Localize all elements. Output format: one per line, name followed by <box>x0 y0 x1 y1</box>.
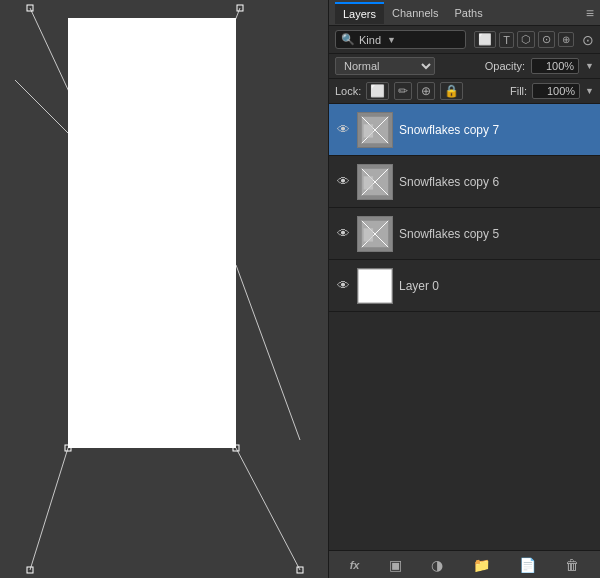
layers-panel: Layers Channels Paths ≡ 🔍 Kind ▼ ⬜ T ⬡ ⊙… <box>328 0 600 578</box>
opacity-input[interactable] <box>531 58 579 74</box>
canvas-svg <box>0 0 325 578</box>
delete-button[interactable]: 🗑 <box>560 555 584 575</box>
opacity-label: Opacity: <box>485 60 525 72</box>
fill-label: Fill: <box>510 85 527 97</box>
layer-thumbnail-3 <box>357 268 393 304</box>
filter-shape-icon[interactable]: ⬡ <box>517 31 535 48</box>
mask-button[interactable]: ▣ <box>384 555 407 575</box>
svg-rect-29 <box>358 269 392 303</box>
blend-mode-select[interactable]: Normal <box>335 57 435 75</box>
blend-mode-row: Normal Opacity: ▼ <box>329 54 600 79</box>
svg-line-0 <box>30 8 235 448</box>
svg-rect-28 <box>364 228 373 241</box>
layer-name-2: Snowflakes copy 5 <box>399 227 594 241</box>
table-row[interactable]: 👁 Snowflakes copy 5 <box>329 208 600 260</box>
search-icon: 🔍 <box>341 33 355 46</box>
fill-input[interactable] <box>532 83 580 99</box>
tab-paths[interactable]: Paths <box>447 3 491 23</box>
svg-line-5 <box>236 448 300 570</box>
svg-rect-13 <box>70 258 75 263</box>
filter-smart-icon[interactable]: ⊙ <box>538 31 555 48</box>
filter-text-icon[interactable]: T <box>499 32 514 48</box>
opacity-dropdown-arrow[interactable]: ▼ <box>585 61 594 71</box>
layer-name-0: Snowflakes copy 7 <box>399 123 594 137</box>
filter-pixel-icon[interactable]: ⬜ <box>474 31 496 48</box>
layer-name-1: Snowflakes copy 6 <box>399 175 594 189</box>
adjustment-button[interactable]: ◑ <box>426 555 448 575</box>
filter-adjustment-icon[interactable]: ⊕ <box>558 32 574 47</box>
table-row[interactable]: 👁 Snowflakes copy 7 <box>329 104 600 156</box>
layer-thumbnail-0 <box>357 112 393 148</box>
svg-line-3 <box>236 265 300 440</box>
svg-line-4 <box>30 448 68 570</box>
visibility-icon-0[interactable]: 👁 <box>335 122 351 138</box>
tab-layers[interactable]: Layers <box>335 2 384 24</box>
layer-thumbnail-2 <box>357 216 393 252</box>
search-bar: 🔍 Kind ▼ ⬜ T ⬡ ⊙ ⊕ ⊙ <box>329 26 600 54</box>
kind-dropdown-arrow[interactable]: ▼ <box>387 35 396 45</box>
canvas-area <box>0 0 325 578</box>
visibility-icon-2[interactable]: 👁 <box>335 226 351 242</box>
svg-line-2 <box>15 80 200 265</box>
svg-rect-18 <box>364 124 373 137</box>
filter-icons: ⬜ T ⬡ ⊙ ⊕ <box>474 31 574 48</box>
lock-move-icon[interactable]: ⊕ <box>417 82 435 100</box>
lock-paint-icon[interactable]: ✏ <box>394 82 412 100</box>
layer-name-3: Layer 0 <box>399 279 594 293</box>
lock-all-icon[interactable]: 🔒 <box>440 82 463 100</box>
lock-label: Lock: <box>335 85 361 97</box>
filter-toggle[interactable]: ⊙ <box>578 32 594 48</box>
fill-dropdown-arrow[interactable]: ▼ <box>585 86 594 96</box>
tab-channels[interactable]: Channels <box>384 3 446 23</box>
group-button[interactable]: 📁 <box>468 555 495 575</box>
svg-rect-23 <box>364 176 373 189</box>
lock-row: Lock: ⬜ ✏ ⊕ 🔒 Fill: ▼ <box>329 79 600 104</box>
lock-pixels-icon[interactable]: ⬜ <box>366 82 389 100</box>
kind-label: Kind <box>359 34 381 46</box>
panel-menu-icon[interactable]: ≡ <box>586 5 594 21</box>
layers-bottom-toolbar: fx ▣ ◑ 📁 📄 🗑 <box>329 550 600 578</box>
svg-line-1 <box>68 8 240 448</box>
visibility-icon-3[interactable]: 👁 <box>335 278 351 294</box>
fx-button[interactable]: fx <box>345 557 365 573</box>
visibility-icon-1[interactable]: 👁 <box>335 174 351 190</box>
table-row[interactable]: 👁 Snowflakes copy 6 <box>329 156 600 208</box>
new-layer-button[interactable]: 📄 <box>514 555 541 575</box>
layer-thumbnail-1 <box>357 164 393 200</box>
panel-tabs: Layers Channels Paths ≡ <box>329 0 600 26</box>
table-row[interactable]: 👁 Layer 0 <box>329 260 600 312</box>
layers-list: 👁 Snowflakes copy 7 👁 <box>329 104 600 550</box>
search-input-wrap: 🔍 Kind ▼ <box>335 30 466 49</box>
